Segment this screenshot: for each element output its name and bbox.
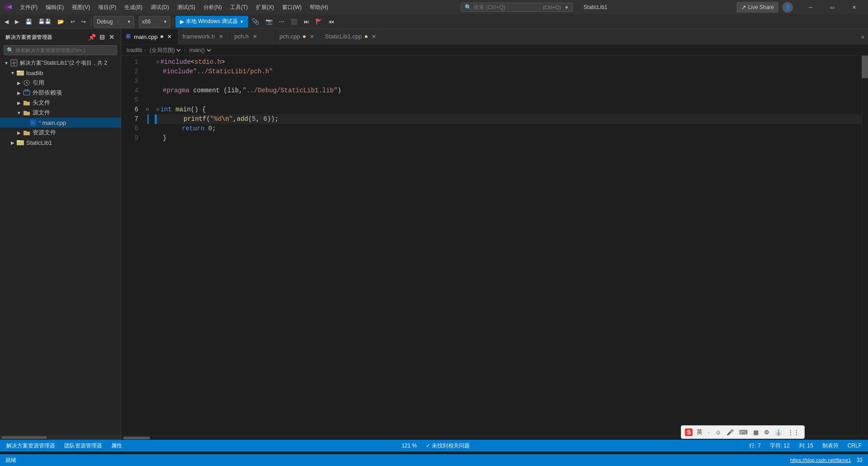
- ime-mic[interactable]: 🎤: [725, 428, 735, 437]
- ime-dot[interactable]: ·: [707, 428, 711, 437]
- editor-scrollbar-thumb[interactable]: [123, 437, 150, 439]
- menu-debug[interactable]: 调试(D): [147, 2, 173, 13]
- menu-analyze[interactable]: 分析(N): [200, 2, 226, 13]
- ime-chart[interactable]: ▦: [752, 428, 760, 437]
- tab-pchh-close[interactable]: ✕: [251, 33, 259, 40]
- fold-icon-6[interactable]: ⊟: [156, 105, 160, 114]
- user-avatar[interactable]: 👤: [782, 2, 793, 13]
- ime-emoji[interactable]: ☺: [714, 428, 722, 437]
- tab-pchcpp[interactable]: pch.cpp ✕: [275, 29, 321, 44]
- status-no-issues[interactable]: ✓ 未找到相关问题: [423, 440, 472, 452]
- status-zoom[interactable]: 121 %: [399, 440, 420, 452]
- run-button[interactable]: ▶ 本地 Windows 调试器 ▼: [175, 16, 248, 28]
- search-input[interactable]: [473, 4, 541, 10]
- menu-help[interactable]: 帮助(H): [306, 2, 332, 13]
- sidebar-scrollbar-thumb[interactable]: [2, 436, 47, 439]
- menu-project[interactable]: 项目(P): [94, 2, 120, 13]
- menu-window[interactable]: 窗口(W): [278, 2, 305, 13]
- tab-maincpp-close[interactable]: ✕: [166, 33, 173, 40]
- breadcrumb-function-select[interactable]: main(): [188, 47, 212, 54]
- toolbar-camera-btn[interactable]: 📷: [263, 16, 275, 28]
- gutter-8: [144, 124, 151, 133]
- menu-ext[interactable]: 扩展(X): [252, 2, 278, 13]
- platform-label: x86: [142, 19, 151, 25]
- breadcrumb-scope-select[interactable]: (全局范围): [148, 47, 182, 54]
- menu-file[interactable]: 文件(F): [16, 2, 41, 13]
- code-content[interactable]: ⊟ #include<stdio.h> #include"../StaticLi…: [153, 56, 862, 435]
- tabs-more-button[interactable]: »: [857, 29, 868, 44]
- platform-dropdown[interactable]: x86 ▼: [139, 16, 170, 28]
- ime-settings[interactable]: ⚙: [763, 428, 771, 437]
- toolbar-step-btn[interactable]: ⏭: [301, 16, 312, 28]
- ime-eng[interactable]: 英: [695, 427, 704, 437]
- menu-test[interactable]: 测试(S): [174, 2, 199, 13]
- tree-item-solution[interactable]: ▼ 解决方案"StaticLib1"(2 个项目，共 2: [0, 58, 121, 68]
- editor-scrollbar[interactable]: [862, 56, 868, 435]
- menu-view[interactable]: 视图(V): [68, 2, 94, 13]
- toolbar-back-btn[interactable]: ◀: [2, 16, 11, 28]
- tree-item-sources[interactable]: ▼ 源文件: [0, 108, 121, 118]
- tree-item-headers[interactable]: ▶ 头文件: [0, 98, 121, 108]
- toolbar-more-btn[interactable]: ⋯: [276, 16, 287, 28]
- breadcrumb-project[interactable]: loadlib: [127, 47, 142, 53]
- status-properties[interactable]: 属性: [108, 440, 125, 452]
- menu-build[interactable]: 生成(B): [121, 2, 146, 13]
- tab-frameworkh[interactable]: framework.h ✕: [178, 29, 230, 44]
- solution-tree: ▼ 解决方案"StaticLib1"(2 个项目，共 2 ▼ loadlib ▶: [0, 58, 121, 435]
- toolbar-save-all-btn[interactable]: 💾💾: [36, 16, 54, 28]
- tree-item-refs[interactable]: ▶ 引用: [0, 78, 121, 88]
- status-team-explorer[interactable]: 团队资源管理器: [61, 440, 105, 452]
- toolbar-save-btn[interactable]: 💾: [23, 16, 35, 28]
- tree-item-resources[interactable]: ▶ 资源文件: [0, 128, 121, 138]
- sidebar-pin-icon[interactable]: 📌: [87, 33, 97, 42]
- tab-pchh[interactable]: pch.h ✕: [230, 29, 275, 44]
- gutter-6[interactable]: ⊟: [144, 105, 151, 114]
- ime-grid[interactable]: ⋮⋮: [786, 428, 801, 437]
- ime-shirt[interactable]: 👔: [774, 428, 783, 437]
- tree-item-extdeps[interactable]: ▶ 外部依赖项: [0, 88, 121, 98]
- code-editor[interactable]: 1 2 3 4 5 6 7 8 9 ⊟: [121, 56, 868, 435]
- ime-keyboard[interactable]: ⌨: [738, 428, 749, 437]
- menu-tools[interactable]: 工具(T): [226, 2, 251, 13]
- tab-frameworkh-close[interactable]: ✕: [217, 33, 225, 40]
- fold-icon-1[interactable]: ⊟: [156, 57, 160, 67]
- toolbar-undo-btn[interactable]: ↩: [68, 16, 78, 28]
- tree-item-staticlib1[interactable]: ▶ StaticLib1: [0, 138, 121, 147]
- toolbar-attach-btn[interactable]: 📎: [249, 16, 262, 28]
- status-col[interactable]: 字符: 12: [767, 440, 793, 452]
- toolbar-open-btn[interactable]: 📂: [55, 16, 67, 28]
- status-ch[interactable]: 列: 15: [796, 440, 816, 452]
- close-button[interactable]: ✕: [844, 0, 864, 14]
- sidebar-close-icon[interactable]: ✕: [108, 33, 116, 42]
- ime-logo[interactable]: S: [685, 428, 693, 436]
- toolbar-flag-btn[interactable]: 🚩: [313, 16, 325, 28]
- line-num-9: 9: [125, 133, 138, 143]
- minimize-button[interactable]: ─: [800, 0, 821, 14]
- tree-item-loadlib[interactable]: ▼ loadlib: [0, 68, 121, 78]
- tab-pchcpp-close[interactable]: ✕: [308, 33, 316, 40]
- tree-item-maincpp[interactable]: ▶ C+ * main.cpp: [0, 118, 121, 128]
- sidebar-collapse-icon[interactable]: ⊟: [99, 33, 106, 42]
- resources-chevron-icon: ▶: [15, 130, 23, 135]
- staticlib1-chevron-icon: ▶: [9, 140, 16, 145]
- menu-edit[interactable]: 编辑(E): [42, 2, 67, 13]
- sidebar-search-box[interactable]: 🔍: [4, 45, 117, 55]
- tab-staticlib1cpp-close[interactable]: ✕: [370, 33, 377, 40]
- status-mode[interactable]: 制表符: [820, 440, 841, 452]
- toolbar-breakpoint-btn[interactable]: ⬛: [288, 16, 300, 28]
- blog-link[interactable]: https://blog.csdn.net/flame1: [790, 457, 851, 463]
- sidebar-search-input[interactable]: [15, 48, 114, 53]
- tab-staticlib1cpp[interactable]: StaticLib1.cpp ✕: [321, 29, 382, 44]
- live-share-button[interactable]: ↗ Live Share: [736, 2, 778, 13]
- tab-maincpp[interactable]: C+ main.cpp ✕: [121, 29, 178, 44]
- search-dropdown-icon[interactable]: ▼: [565, 5, 569, 10]
- config-dropdown[interactable]: Debug ▼: [94, 16, 134, 28]
- status-solution-explorer[interactable]: 解决方案资源管理器: [4, 440, 58, 452]
- sidebar-scrollbar[interactable]: [0, 435, 121, 440]
- toolbar-redo-btn[interactable]: ↪: [79, 16, 89, 28]
- status-encoding[interactable]: CRLF: [845, 440, 864, 452]
- restore-button[interactable]: ▭: [822, 0, 843, 14]
- toolbar-step2-btn[interactable]: ⏮: [326, 16, 337, 28]
- toolbar-forward-btn[interactable]: ▶: [12, 16, 22, 28]
- status-line[interactable]: 行: 7: [746, 440, 763, 452]
